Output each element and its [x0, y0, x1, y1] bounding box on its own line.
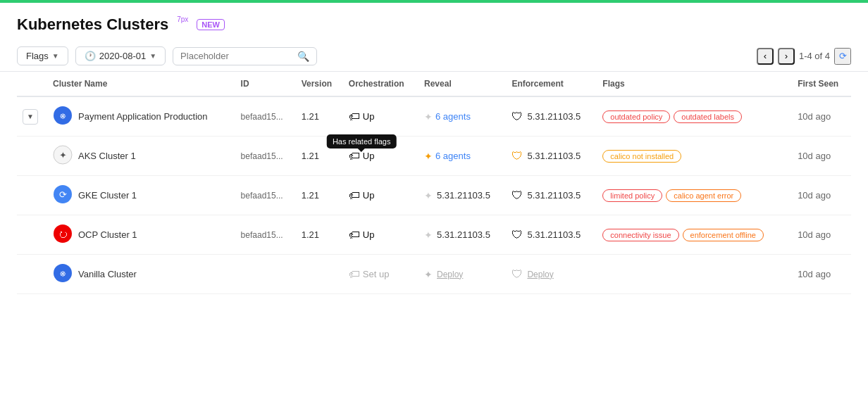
orchestration-cell: 🏷 Up [343, 96, 418, 137]
cluster-name-text: AKS Cluster 1 [78, 151, 136, 161]
deploy-reveal-link[interactable]: Deploy [437, 270, 463, 279]
flags-cell: connectivity issueenforcement offline [597, 215, 792, 255]
table-row: ⎈ Vanilla Cluster 🏷 Set up ✦ Deploy 🛡 De… [17, 255, 851, 294]
svg-text:⭮: ⭮ [58, 229, 68, 239]
flags-cell [597, 255, 792, 294]
col-orchestration: Orchestration [343, 72, 418, 96]
orchestration-status: 🏷 Up [349, 229, 413, 241]
px-label: 7px [177, 15, 188, 23]
expand-cell [17, 137, 47, 176]
flag-badge: calico not installed [602, 150, 681, 163]
search-input[interactable] [180, 51, 293, 61]
pagination: ‹ › 1-4 of 4 ⟳ [757, 48, 851, 65]
flag-badge: outdated labels [674, 110, 742, 123]
flags-label: Flags [26, 51, 49, 61]
cluster-icon: ⎈ [53, 263, 73, 285]
cluster-icon: ⟳ [53, 184, 73, 206]
search-icon[interactable]: 🔍 [297, 51, 309, 62]
agents-count: 6 agents [435, 111, 471, 122]
col-expand [17, 72, 47, 96]
enforcement-value: 5.31.21103.5 [527, 111, 581, 122]
first-seen-cell: 10d ago [792, 255, 851, 294]
reveal-cell: ✦ 6 agents [418, 96, 506, 137]
col-flags: Flags [597, 72, 792, 96]
flag-badge: calico agent error [666, 189, 741, 202]
reveal-cell: ✦ 5.31.21103.5 [418, 215, 506, 255]
date-filter-button[interactable]: 🕐 2020-08-01 ▼ [75, 46, 166, 65]
deploy-enforcement-link[interactable]: Deploy [527, 270, 553, 279]
table-row: ✦ AKS Cluster 1 befaad15... 1.21 🏷 Up Ha… [17, 137, 851, 176]
toolbar: Flags ▼ 🕐 2020-08-01 ▼ 🔍 ‹ › 1-4 of 4 ⟳ [0, 41, 868, 72]
cluster-name-cell: ⎈ Vanilla Cluster [47, 255, 235, 294]
agents-link[interactable]: ✦ 6 agents [424, 151, 500, 162]
enforcement-value: 5.31.21103.5 [527, 151, 581, 161]
table-row: ⟳ GKE Cluster 1 befaad15... 1.21 🏷 Up ✦ … [17, 176, 851, 215]
reveal-value: 5.31.21103.5 [437, 190, 490, 201]
reveal-cell: ✦ Deploy [418, 255, 506, 294]
next-page-button[interactable]: › [778, 48, 795, 65]
enforcement-cell: 🛡 Deploy [506, 255, 597, 294]
enforcement-cell: 🛡 5.31.21103.5 [506, 176, 597, 215]
flag-badge: limited policy [602, 189, 662, 202]
id-cell: befaad15... [235, 215, 296, 255]
col-enforcement: Enforcement [506, 72, 597, 96]
col-version: Version [296, 72, 343, 96]
id-cell [235, 255, 296, 294]
chevron-down-icon-date: ▼ [149, 52, 156, 60]
expand-cell [17, 215, 47, 255]
expand-cell [17, 255, 47, 294]
cluster-name-text: Vanilla Cluster [78, 269, 137, 279]
cluster-name-cell: ✦ AKS Cluster 1 [47, 137, 235, 176]
col-first-seen: First Seen [792, 72, 851, 96]
reveal-value: 5.31.21103.5 [437, 229, 490, 240]
tooltip-wrapper: 🏷 Up Has related flags [349, 150, 375, 163]
cluster-icon: ⎈ [53, 106, 73, 127]
orchestration-cell: 🏷 Up [343, 215, 418, 255]
col-cluster-name: Cluster Name [47, 72, 235, 96]
flags-cell: outdated policyoutdated labels [597, 96, 792, 137]
first-seen-cell: 10d ago [792, 215, 851, 255]
orchestration-cell: 🏷 Up Has related flags [343, 137, 418, 176]
col-id: ID [235, 72, 296, 96]
flags-filter-button[interactable]: Flags ▼ [17, 46, 68, 65]
enforcement-value: 5.31.21103.5 [527, 229, 581, 240]
enforcement-cell: 🛡 5.31.21103.5 [506, 96, 597, 137]
page-header: Kubernetes Clusters 7px NEW [0, 3, 868, 41]
svg-text:⟳: ⟳ [59, 189, 67, 200]
has-related-flags-tooltip: Has related flags [327, 134, 397, 148]
svg-text:⎈: ⎈ [60, 267, 66, 279]
cluster-icon: ⭮ [53, 224, 73, 246]
pagination-label: 1-4 of 4 [799, 51, 830, 61]
flag-badge: outdated policy [602, 110, 670, 123]
table-container: Cluster Name ID Version Orchestration Re… [0, 72, 868, 294]
clusters-table: Cluster Name ID Version Orchestration Re… [17, 72, 851, 294]
expand-cell: ▼ [17, 96, 47, 137]
version-cell: 1.21 [296, 96, 343, 137]
orchestration-status: 🏷 Up [349, 110, 413, 123]
orchestration-status: 🏷 Up [349, 189, 413, 202]
reveal-cell: ✦ 5.31.21103.5 [418, 176, 506, 215]
cluster-name-cell: ⭮ OCP Cluster 1 [47, 215, 235, 255]
flags-cell: calico not installed [597, 137, 792, 176]
search-wrapper: 🔍 [173, 47, 317, 65]
page-title: Kubernetes Clusters [17, 15, 168, 34]
agents-link[interactable]: ✦ 6 agents [424, 111, 500, 122]
reveal-icon: ✦ [424, 229, 433, 241]
table-row: ⭮ OCP Cluster 1 befaad15... 1.21 🏷 Up ✦ … [17, 215, 851, 255]
id-cell: befaad15... [235, 137, 296, 176]
refresh-button[interactable]: ⟳ [834, 48, 851, 65]
flag-badge: enforcement offline [683, 229, 764, 241]
cluster-name-text: OCP Cluster 1 [78, 229, 137, 240]
enforcement-cell: 🛡 5.31.21103.5 [506, 215, 597, 255]
agents-count: 6 agents [435, 151, 471, 161]
chevron-down-icon: ▼ [52, 52, 59, 60]
col-reveal: Reveal [418, 72, 506, 96]
flags-cell: limited policycalico agent error [597, 176, 792, 215]
prev-page-button[interactable]: ‹ [757, 48, 774, 65]
expand-cell [17, 176, 47, 215]
orchestration-cell: 🏷 Set up [343, 255, 418, 294]
cluster-name-text: Payment Application Production [78, 111, 208, 122]
table-row: ▼ ⎈ Payment Application Production befaa… [17, 96, 851, 137]
table-header-row: Cluster Name ID Version Orchestration Re… [17, 72, 851, 96]
expand-button[interactable]: ▼ [23, 109, 38, 125]
